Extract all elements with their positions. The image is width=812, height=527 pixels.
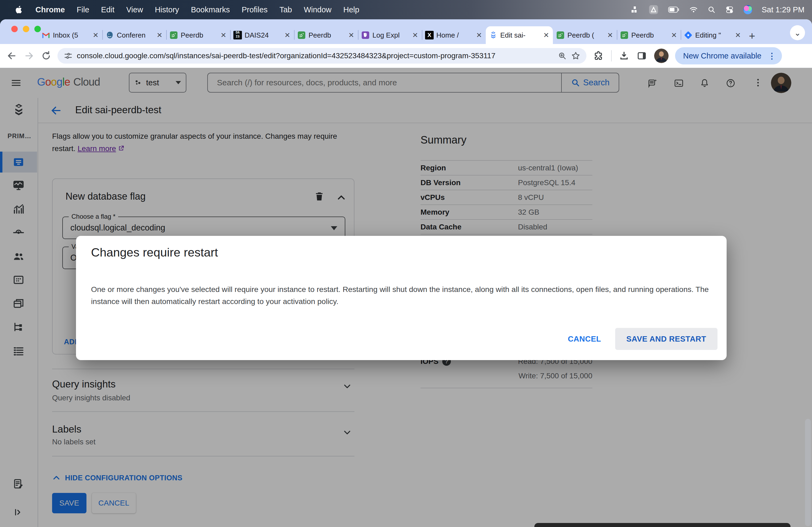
dialog-title: Changes require restart: [91, 245, 218, 259]
back-icon[interactable]: [6, 50, 17, 61]
menubar-view[interactable]: View: [126, 5, 143, 14]
download-icon[interactable]: [619, 50, 629, 61]
apple-logo-icon[interactable]: [14, 5, 24, 14]
menubar-tab[interactable]: Tab: [279, 5, 292, 14]
tab-title: Editing ": [695, 31, 732, 40]
gmail-icon: [42, 31, 50, 40]
address-bar[interactable]: console.cloud.google.com/sql/instances/s…: [57, 48, 586, 64]
menubar-bookmarks[interactable]: Bookmarks: [191, 5, 230, 14]
app-grid-icon[interactable]: [630, 5, 639, 14]
close-icon[interactable]: ✕: [156, 31, 163, 40]
dialog-save-restart-button[interactable]: SAVE AND RESTART: [615, 328, 717, 350]
tab-title: Conferen: [117, 31, 153, 40]
dais-icon: DAIS: [233, 31, 242, 40]
x-glyph: X: [427, 32, 432, 39]
siri-icon[interactable]: [743, 5, 752, 14]
dais-glyph-bottom: IS: [236, 35, 240, 39]
url-text[interactable]: console.cloud.google.com/sql/instances/s…: [77, 51, 554, 60]
tab-inbox[interactable]: Inbox (5 ✕: [39, 26, 102, 44]
x-icon: X: [425, 31, 434, 40]
wifi-icon[interactable]: [689, 5, 698, 14]
close-icon[interactable]: ✕: [92, 31, 99, 40]
tab-title: Peerdb: [181, 31, 217, 40]
browser-toolbar: console.cloud.google.com/sql/instances/s…: [0, 44, 812, 68]
bottom-toast-bar: [534, 523, 791, 527]
tab-edit-instance-active[interactable]: Edit sai- ✕: [486, 26, 553, 44]
tab-title: Peerdb (: [567, 31, 604, 40]
chevron-down-icon: ⌄: [794, 28, 801, 37]
tab-title: Inbox (5: [53, 31, 89, 40]
zoom-icon[interactable]: [557, 51, 567, 61]
menubar-edit[interactable]: Edit: [101, 5, 114, 14]
tab-title: Home /: [436, 31, 473, 40]
mymaps-icon: [684, 31, 693, 40]
datadog-icon: [361, 31, 370, 40]
browser-profile-avatar[interactable]: [654, 48, 669, 63]
dialog-body: One or more changes you've selected will…: [91, 283, 713, 307]
close-window-button[interactable]: [11, 26, 18, 32]
close-icon[interactable]: ✕: [476, 31, 482, 40]
tab-strip: Inbox (5 ✕ Conferen ✕ Peerdb ✕ DAIS DAIS…: [0, 19, 812, 44]
tab-title: Log Expl: [373, 31, 409, 40]
restart-dialog: Changes require restart One or more chan…: [76, 236, 727, 360]
dialog-cancel-button[interactable]: CANCEL: [561, 335, 608, 344]
tab-peerdb-4[interactable]: Peerdb ✕: [617, 26, 681, 44]
close-icon[interactable]: ✕: [284, 31, 291, 40]
close-icon[interactable]: ✕: [670, 31, 678, 40]
tab-dais24[interactable]: DAIS DAIS24 ✕: [230, 26, 294, 44]
site-settings-icon[interactable]: [63, 51, 73, 61]
side-panel-icon[interactable]: [636, 50, 647, 61]
forward-icon[interactable]: [24, 50, 34, 61]
battery-icon[interactable]: [668, 5, 680, 14]
update-pill-label: New Chrome available: [683, 51, 762, 60]
macos-menubar: Chrome File Edit View History Bookmarks …: [0, 0, 812, 19]
close-icon[interactable]: ✕: [412, 31, 419, 40]
chrome-update-pill[interactable]: New Chrome available ⋮: [675, 47, 782, 64]
scrollbar-thumb[interactable]: [805, 419, 811, 526]
new-tab-button[interactable]: +: [749, 31, 755, 41]
menubar-file[interactable]: File: [77, 5, 89, 14]
tab-peerdb-3[interactable]: Peerdb ( ✕: [553, 26, 617, 44]
tab-title: Peerdb: [308, 31, 345, 40]
menubar-help[interactable]: Help: [344, 5, 360, 14]
menubar-profiles[interactable]: Profiles: [242, 5, 268, 14]
reload-icon[interactable]: [41, 50, 52, 61]
browser-menu-icon[interactable]: ⋮: [765, 51, 779, 61]
tab-title: DAIS24: [245, 31, 281, 40]
menubar-history[interactable]: History: [155, 5, 179, 14]
postgres-icon: [105, 31, 114, 40]
tab-conference[interactable]: Conferen ✕: [102, 26, 166, 44]
peerdb-icon: [556, 31, 565, 40]
menubar-app-name[interactable]: Chrome: [35, 5, 65, 14]
peerdb-icon: [170, 31, 178, 40]
menubar-clock[interactable]: Sat 1:29 PM: [762, 5, 804, 14]
tab-peerdb-2[interactable]: Peerdb ✕: [294, 26, 358, 44]
tab-title: Edit sai-: [500, 31, 540, 40]
minimize-window-button[interactable]: [23, 26, 29, 32]
gcp-app: Google Cloud test Search: [0, 68, 812, 527]
tab-search-button[interactable]: ⌄: [790, 25, 805, 40]
browser-window: Inbox (5 ✕ Conferen ✕ Peerdb ✕ DAIS DAIS…: [0, 19, 812, 527]
close-icon[interactable]: ✕: [543, 31, 550, 40]
tab-x-home[interactable]: X Home / ✕: [422, 26, 486, 44]
peerdb-icon: [297, 31, 306, 40]
extensions-icon[interactable]: [593, 50, 604, 61]
tab-peerdb-1[interactable]: Peerdb ✕: [166, 26, 230, 44]
cloudsql-icon: [489, 31, 497, 40]
toolbar-divider: [611, 50, 612, 61]
menubar-window[interactable]: Window: [304, 5, 331, 14]
close-icon[interactable]: ✕: [220, 31, 227, 40]
control-center-icon[interactable]: [725, 5, 734, 14]
tab-log-explorer[interactable]: Log Expl ✕: [358, 26, 422, 44]
close-icon[interactable]: ✕: [348, 31, 355, 40]
peerdb-icon: [620, 31, 628, 40]
close-icon[interactable]: ✕: [607, 31, 613, 40]
dais-glyph-top: DA: [236, 31, 240, 35]
spotlight-search-icon[interactable]: [707, 5, 716, 14]
menu-extra-icon[interactable]: [648, 4, 659, 15]
bookmark-star-icon[interactable]: [571, 51, 581, 61]
tab-editing[interactable]: Editing " ✕: [681, 26, 744, 44]
close-icon[interactable]: ✕: [735, 31, 741, 40]
tab-title: Peerdb: [631, 31, 668, 40]
